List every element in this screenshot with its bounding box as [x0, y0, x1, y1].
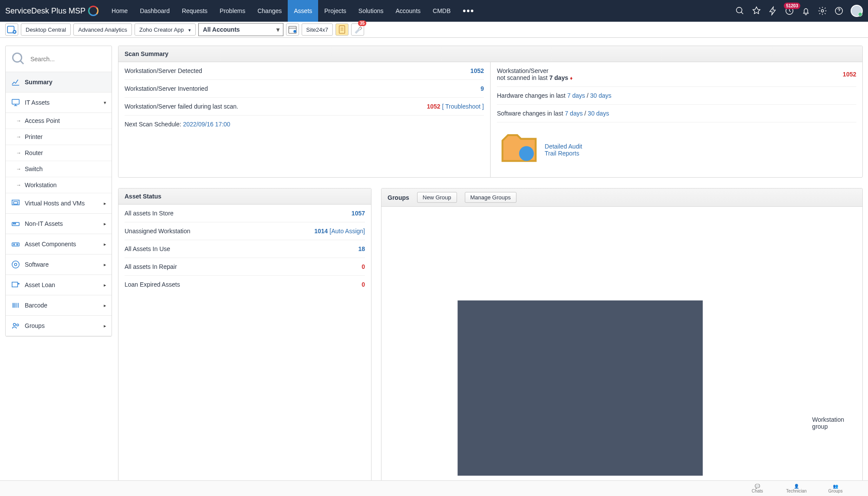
svg-rect-37 [457, 301, 703, 476]
sidebar-item-summary[interactable]: Summary [6, 72, 112, 93]
svg-point-9 [293, 30, 296, 33]
sidebar-search-input[interactable] [30, 56, 106, 63]
sidebar-item-barcode[interactable]: Barcode▸ [6, 295, 112, 316]
calendar-icon[interactable] [286, 23, 299, 36]
sidebar-item-groups[interactable]: Groups▸ [6, 316, 112, 336]
nav-item-dashboard[interactable]: Dashboard [134, 0, 176, 22]
not-scanned-line1: Workstation/Server [497, 67, 843, 74]
sidebar-sub-router[interactable]: Router [6, 145, 112, 161]
scan-detected-value[interactable]: 1052 [470, 67, 484, 74]
auto-assign-link[interactable]: [Auto Assign] [329, 228, 365, 235]
nav-items: HomeDashboardRequestsProblemsChangesAsse… [105, 0, 457, 22]
svg-rect-10 [339, 26, 345, 33]
clipboard-icon[interactable] [335, 23, 349, 36]
not-scanned-value[interactable]: 1052 [843, 71, 856, 78]
bolt-icon[interactable] [768, 6, 778, 16]
sidebar-sub-switch[interactable]: Switch [6, 161, 112, 177]
nav-item-cmdb[interactable]: CMDB [427, 0, 457, 22]
sidebar: Summary IT Assets ▾ Access PointPrinterR… [5, 46, 112, 337]
nav-item-accounts[interactable]: Accounts [389, 0, 427, 22]
logo-swirl-icon [88, 6, 99, 16]
bottom-groups[interactable]: 👥Groups [816, 481, 855, 496]
chevron-right-icon: ▸ [104, 221, 106, 227]
nav-item-assets[interactable]: Assets [288, 0, 318, 22]
bell-icon[interactable] [801, 6, 811, 16]
asset-status-row: Loan Expired Assets0 [125, 276, 365, 293]
audit-row: Detailed Audit Trail Reports [497, 122, 856, 177]
sidebar-item-asset-loan[interactable]: Asset Loan▸ [6, 275, 112, 295]
site24x7-button[interactable]: Site24x7 [302, 23, 333, 36]
avatar[interactable] [851, 5, 863, 17]
svg-point-34 [13, 324, 16, 326]
nav-item-solutions[interactable]: Solutions [352, 0, 390, 22]
scan-failed-value: 1052 [427, 103, 440, 110]
scan-inventoried-value[interactable]: 9 [480, 85, 484, 92]
gear-icon[interactable] [818, 6, 827, 16]
sidebar-sub-access-point[interactable]: Access Point [6, 113, 112, 129]
account-select[interactable]: All Accounts [198, 23, 283, 36]
sort-icon[interactable]: ♦ [570, 75, 572, 81]
group-item[interactable]: Workstation group [381, 207, 862, 496]
asset-status-value[interactable]: 18 [358, 245, 365, 252]
sidebar-item-virtual-hosts-and-vms[interactable]: Virtual Hosts and VMs▸ [6, 193, 112, 214]
bottom-technician[interactable]: 👤Technician [777, 481, 816, 496]
brand-logo[interactable]: ServiceDesk Plus MSP [5, 6, 99, 16]
troubleshoot-link[interactable]: [ Troubleshoot ] [442, 103, 484, 110]
advanced-analytics-button[interactable]: Advanced Analytics [73, 23, 132, 36]
chevron-right-icon: ▸ [104, 282, 106, 288]
svg-point-0 [736, 7, 742, 13]
help-icon[interactable] [834, 6, 844, 16]
software-icon [11, 260, 20, 269]
chevron-right-icon: ▸ [104, 262, 106, 268]
chevron-right-icon: ▸ [104, 303, 106, 308]
hw-7-link[interactable]: 7 days [567, 92, 585, 99]
svg-point-26 [12, 261, 20, 268]
hw-30-link[interactable]: 30 days [590, 92, 612, 99]
audit-link[interactable]: Detailed Audit Trail Reports [545, 143, 583, 157]
asset-status-title: Asset Status [118, 188, 371, 205]
request-catalog-icon[interactable] [752, 6, 761, 16]
nav-item-home[interactable]: Home [105, 0, 134, 22]
nav-item-projects[interactable]: Projects [318, 0, 352, 22]
toolbar: Desktop Central Advanced Analytics Zoho … [0, 22, 868, 38]
groups-panel: Groups New Group Manage Groups Workstati… [381, 188, 863, 496]
next-scan-value[interactable]: 2022/09/16 17:00 [183, 121, 230, 128]
asset-status-value[interactable]: 1014 [314, 228, 328, 235]
not-scanned-row: Workstation/Server not scanned in last 7… [497, 62, 856, 87]
quick-create-icon[interactable] [5, 23, 18, 36]
sidebar-sub-printer[interactable]: Printer [6, 129, 112, 145]
sidebar-item-non-it-assets[interactable]: Non-IT Assets▸ [6, 214, 112, 234]
nav-more-icon[interactable]: ••• [457, 6, 480, 16]
search-icon[interactable] [735, 6, 745, 16]
sw-30-link[interactable]: 30 days [588, 110, 609, 117]
next-scan-row: Next Scan Schedule: 2022/09/16 17:00 [125, 116, 484, 133]
not-scanned-line2a: not scanned in last [497, 74, 549, 81]
nav-item-requests[interactable]: Requests [176, 0, 214, 22]
zoho-creator-button[interactable]: Zoho Creator App [135, 23, 196, 36]
scan-detected-row: Workstation/Server Detected 1052 [125, 62, 484, 80]
svg-point-27 [14, 263, 17, 266]
sw-7-link[interactable]: 7 days [565, 110, 582, 117]
groups-icon [11, 321, 20, 331]
recent-icon[interactable]: 51203 [785, 6, 794, 16]
pin-icon[interactable]: 35 [351, 23, 364, 36]
manage-groups-button[interactable]: Manage Groups [465, 192, 516, 203]
sidebar-item-software[interactable]: Software▸ [6, 255, 112, 275]
person-icon: 👤 [794, 484, 799, 489]
asset-status-row: Unassigned Workstation1014 [Auto Assign] [125, 222, 365, 240]
sidebar-sub-workstation[interactable]: Workstation [6, 177, 112, 193]
groups-title: Groups [388, 194, 409, 201]
nav-item-changes[interactable]: Changes [251, 0, 288, 22]
pin-badge: 35 [358, 20, 366, 26]
asset-status-value: 0 [362, 281, 365, 288]
nav-item-problems[interactable]: Problems [214, 0, 251, 22]
new-group-button[interactable]: New Group [417, 192, 457, 203]
svg-point-35 [16, 324, 19, 326]
asset-status-value[interactable]: 1057 [352, 210, 365, 217]
scan-failed-row: Workstation/Server failed during last sc… [125, 98, 484, 116]
sidebar-item-it-assets[interactable]: IT Assets ▾ [6, 93, 112, 113]
bottom-chats[interactable]: 💬Chats [738, 481, 777, 496]
sidebar-item-asset-components[interactable]: Asset Components▸ [6, 234, 112, 255]
scan-inventoried-row: Workstation/Server Inventoried 9 [125, 80, 484, 98]
desktop-central-button[interactable]: Desktop Central [21, 23, 71, 36]
